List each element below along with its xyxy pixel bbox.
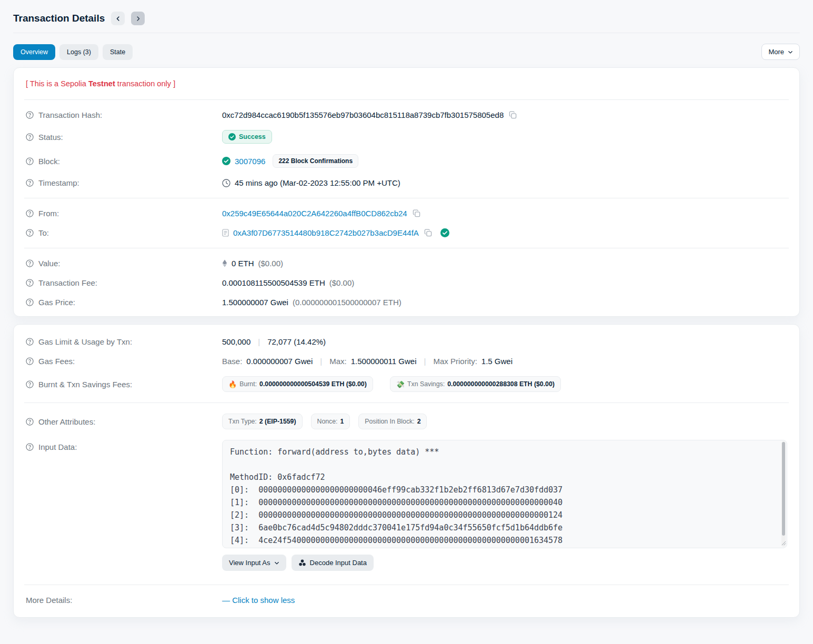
question-icon[interactable] bbox=[26, 418, 34, 426]
divider bbox=[24, 99, 789, 100]
txn-type-badge: Txn Type: 2 (EIP-1559) bbox=[222, 414, 303, 429]
transaction-fee-label: Transaction Fee: bbox=[26, 278, 222, 287]
overview-card: [ This is a Sepolia Testnet transaction … bbox=[13, 67, 800, 317]
testnet-warning: [ This is a Sepolia Testnet transaction … bbox=[24, 72, 789, 94]
nonce-label: Nonce: bbox=[317, 418, 338, 425]
gas-fees-label: Gas Fees: bbox=[26, 357, 222, 366]
input-data-content[interactable]: Function: forward(address to,bytes data)… bbox=[222, 440, 787, 548]
block-label: Block: bbox=[26, 157, 222, 166]
show-less-link[interactable]: — Click to show less bbox=[222, 596, 295, 605]
block-confirmations-badge: 222 Block Confirmations bbox=[273, 154, 358, 168]
previous-transaction-button[interactable] bbox=[111, 12, 125, 25]
timestamp-label: Timestamp: bbox=[26, 178, 222, 187]
tab-state[interactable]: State bbox=[103, 44, 133, 60]
from-address-link[interactable]: 0x259c49E65644a020C2A642260a4ffB0CD862cb… bbox=[222, 209, 407, 218]
view-input-as-button[interactable]: View Input As bbox=[222, 555, 286, 571]
txn-savings-value: 0.000000000000288308 ETH ($0.00) bbox=[447, 380, 555, 388]
more-dropdown-button[interactable]: More bbox=[761, 44, 800, 60]
question-icon[interactable] bbox=[26, 357, 34, 365]
status-label: Status: bbox=[26, 133, 222, 142]
question-icon[interactable] bbox=[26, 133, 34, 141]
row-label-text: Block: bbox=[38, 157, 60, 166]
success-check-icon bbox=[228, 133, 236, 140]
burnt-value: 0.000000000000504539 ETH ($0.00) bbox=[259, 380, 367, 388]
scrollbar-thumb[interactable] bbox=[782, 442, 785, 536]
warning-bold: Testnet bbox=[88, 79, 115, 88]
row-label-text: To: bbox=[38, 228, 49, 237]
base-fee-value: 0.000000007 Gwei bbox=[246, 357, 313, 366]
max-fee-value: 1.500000011 Gwei bbox=[351, 357, 417, 366]
more-details-label: More Details: bbox=[26, 596, 222, 605]
decode-icon bbox=[298, 559, 306, 567]
gas-limit-label: Gas Limit & Usage by Txn: bbox=[26, 337, 222, 346]
status-row: Status: Success bbox=[24, 125, 789, 149]
tab-overview[interactable]: Overview bbox=[13, 44, 55, 60]
chevron-left-icon bbox=[115, 16, 121, 22]
nonce-badge: Nonce: 1 bbox=[311, 414, 350, 429]
question-icon[interactable] bbox=[26, 338, 34, 346]
divider bbox=[24, 248, 789, 248]
position-in-block-value: 2 bbox=[417, 418, 421, 425]
more-button-label: More bbox=[768, 48, 784, 56]
position-in-block-label: Position In Block: bbox=[365, 418, 414, 425]
from-label: From: bbox=[26, 209, 222, 218]
gas-price-amount: 1.500000007 Gwei bbox=[222, 298, 288, 307]
copy-to-address-button[interactable] bbox=[423, 229, 433, 237]
txn-type-label: Txn Type: bbox=[228, 418, 257, 425]
question-icon[interactable] bbox=[26, 229, 34, 237]
question-icon[interactable] bbox=[26, 443, 34, 451]
divider bbox=[24, 585, 789, 585]
next-transaction-button[interactable] bbox=[131, 12, 145, 25]
header: Transaction Details bbox=[13, 7, 800, 33]
base-fee-label: Base: bbox=[222, 357, 242, 366]
question-icon[interactable] bbox=[26, 157, 34, 165]
gas-limit-row: Gas Limit & Usage by Txn: 500,000 | 72,0… bbox=[24, 332, 789, 351]
decode-input-data-button[interactable]: Decode Input Data bbox=[292, 555, 374, 571]
chevron-right-icon bbox=[135, 16, 141, 22]
row-label-text: From: bbox=[38, 209, 59, 218]
row-label-text: Transaction Hash: bbox=[38, 110, 102, 119]
input-data-buttons: View Input As Decode Input Data bbox=[222, 555, 787, 571]
gas-usage-value: 72,077 (14.42%) bbox=[267, 337, 326, 346]
transaction-fee-row: Transaction Fee: 0.000108115500504539 ET… bbox=[24, 273, 789, 293]
block-number-link[interactable]: 3007096 bbox=[235, 157, 265, 166]
tabs: Overview Logs (3) State bbox=[13, 44, 133, 60]
verified-check-icon bbox=[440, 228, 449, 237]
copy-icon bbox=[509, 111, 517, 119]
block-row: Block: 3007096 222 Block Confirmations bbox=[24, 149, 789, 173]
value-label: Value: bbox=[26, 259, 222, 268]
money-wings-icon: 💸 bbox=[396, 381, 405, 388]
to-row: To: 0xA3f07D6773514480b918C2742b027b3acD… bbox=[24, 223, 789, 243]
value-row: Value: 0 ETH ($0.00) bbox=[24, 254, 789, 273]
input-data-scrollbar[interactable] bbox=[781, 441, 786, 547]
question-icon[interactable] bbox=[26, 380, 34, 388]
row-label-text: Timestamp: bbox=[38, 178, 79, 187]
to-address-link[interactable]: 0xA3f07D6773514480b918C2742b027b3acD9E44… bbox=[233, 228, 419, 237]
question-icon[interactable] bbox=[26, 209, 34, 217]
copy-from-address-button[interactable] bbox=[411, 209, 421, 217]
question-icon[interactable] bbox=[26, 179, 34, 187]
question-icon[interactable] bbox=[26, 259, 34, 267]
timestamp-value: 45 mins ago (Mar-02-2023 12:55:00 PM +UT… bbox=[235, 178, 400, 187]
nonce-value: 1 bbox=[340, 418, 344, 425]
resize-handle-icon[interactable] bbox=[781, 538, 786, 547]
tabs-row: Overview Logs (3) State More bbox=[13, 44, 800, 60]
burnt-savings-label: Burnt & Txn Savings Fees: bbox=[26, 380, 222, 389]
details-card: Gas Limit & Usage by Txn: 500,000 | 72,0… bbox=[13, 324, 800, 618]
question-icon[interactable] bbox=[26, 111, 34, 119]
chevron-down-icon bbox=[274, 560, 279, 566]
check-circle-icon bbox=[222, 157, 230, 165]
row-label-text: Other Attributes: bbox=[38, 417, 95, 426]
gas-price-alt: (0.000000001500000007 ETH) bbox=[293, 298, 402, 307]
copy-hash-button[interactable] bbox=[508, 111, 518, 119]
question-icon[interactable] bbox=[26, 298, 34, 306]
copy-icon bbox=[424, 229, 432, 237]
header-divider bbox=[13, 33, 800, 33]
value-usd: ($0.00) bbox=[258, 259, 284, 268]
view-input-as-label: View Input As bbox=[229, 559, 270, 567]
input-data-box[interactable]: Function: forward(address to,bytes data)… bbox=[222, 440, 787, 548]
question-icon[interactable] bbox=[26, 279, 34, 287]
burnt-savings-row: Burnt & Txn Savings Fees: 🔥 Burnt: 0.000… bbox=[24, 371, 789, 397]
tab-logs[interactable]: Logs (3) bbox=[59, 44, 98, 60]
decode-button-label: Decode Input Data bbox=[310, 559, 367, 567]
